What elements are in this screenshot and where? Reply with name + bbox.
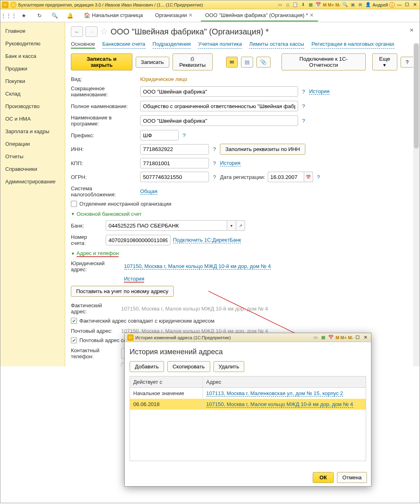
fill-by-inn-button[interactable]: Заполнить реквизиты по ИНН <box>220 144 305 155</box>
maximize-icon[interactable]: ☐ <box>404 2 410 8</box>
m-minus-icon[interactable]: M- <box>348 335 353 340</box>
print-icon[interactable]: ⎙ <box>284 2 291 8</box>
doc-button[interactable]: ▤ <box>241 57 253 68</box>
scrollbar[interactable] <box>413 43 420 366</box>
subnav-departments[interactable]: Подразделения <box>153 41 191 49</box>
program-name-input[interactable] <box>140 115 298 126</box>
attach-button[interactable]: 📎 <box>256 57 271 68</box>
delete-button[interactable]: Удалить <box>213 361 245 372</box>
tools-icon[interactable]: 🛠 <box>357 2 364 8</box>
open-icon[interactable]: ↗ <box>236 220 245 231</box>
account-input[interactable] <box>106 235 171 245</box>
prefix-input[interactable] <box>140 130 179 140</box>
history-link[interactable]: История <box>309 88 329 95</box>
more-button[interactable]: Еще ▾ <box>372 53 397 70</box>
actual-same-checkbox[interactable]: ✔ <box>71 318 77 324</box>
m-plus-icon[interactable]: M+ <box>328 2 334 7</box>
calendar-icon[interactable]: 📅 <box>328 334 334 341</box>
layout-icon[interactable]: ▣ <box>350 2 356 8</box>
nav-reports[interactable]: Отчеты <box>0 150 65 163</box>
ogrn-input[interactable] <box>140 172 209 182</box>
m-icon[interactable]: M <box>335 335 339 340</box>
register-new-address-button[interactable]: Поставить на учет по новому адресу <box>71 286 174 297</box>
add-button[interactable]: Добавить <box>130 361 164 372</box>
table-row[interactable]: 06.06.2018 107150, Москва г, Малое кольц… <box>130 399 366 410</box>
table-row[interactable]: Начальное значение 107113, Москва г, Мал… <box>130 388 366 399</box>
legal-address-link[interactable]: 107150, Москва г, Малое кольцо МЖД 10-й … <box>124 263 271 270</box>
nav-purchases[interactable]: Покупки <box>0 75 65 87</box>
nav-production[interactable]: Производство <box>0 100 65 113</box>
tab-close-icon[interactable]: ✕ <box>309 12 314 18</box>
history-link[interactable]: История <box>220 160 240 166</box>
info-icon[interactable]: i <box>389 2 395 8</box>
help-icon[interactable]: ? <box>211 174 217 180</box>
search-icon[interactable]: 🔍 <box>49 11 60 21</box>
copy-button[interactable]: Скопировать <box>167 361 210 372</box>
ok-button[interactable]: ОК <box>313 472 334 483</box>
calc-icon[interactable]: ▦ <box>307 2 314 8</box>
bank-input[interactable] <box>106 220 227 231</box>
nav-payroll[interactable]: Зарплата и кадры <box>0 125 65 138</box>
group-address[interactable]: ▼Адрес и телефон <box>71 250 414 257</box>
group-bank[interactable]: ▼Основной банковский счет <box>71 211 414 217</box>
apps-grid-icon[interactable]: ⋮⋮⋮ <box>3 11 14 21</box>
m-plus-icon[interactable]: M+ <box>341 335 347 340</box>
help-icon[interactable]: ? <box>211 146 217 152</box>
tax-system-link[interactable]: Общая <box>140 188 158 195</box>
clipboard-icon[interactable]: 📋 <box>292 2 298 8</box>
post-same-checkbox[interactable]: ✔ <box>71 337 77 343</box>
help-icon[interactable]: ? <box>301 118 307 124</box>
kpp-input[interactable] <box>140 158 209 168</box>
calendar-picker-icon[interactable]: 📅 <box>304 172 313 182</box>
calendar-icon[interactable]: 📅 <box>315 2 322 8</box>
close-icon[interactable]: ✕ <box>362 334 369 341</box>
subnav-tax-reg[interactable]: Регистрации в налоговых органах <box>311 41 394 49</box>
minimize-icon[interactable]: — <box>396 2 403 8</box>
theme-circle-icon[interactable] <box>10 2 17 8</box>
subnav-cash-limits[interactable]: Лимиты остатка кассы <box>249 41 304 49</box>
tab-home[interactable]: 🏠Начальная страница <box>80 10 147 21</box>
star-icon[interactable]: ★ <box>18 11 30 21</box>
user-icon[interactable]: 👤 <box>365 2 371 8</box>
subnav-bank-accounts[interactable]: Банковские счета <box>102 41 145 49</box>
cancel-button[interactable]: Отмена <box>337 472 367 483</box>
nav-bank[interactable]: Банк и касса <box>0 50 65 62</box>
nav-operations[interactable]: Операции <box>0 138 65 150</box>
bell-icon[interactable]: 🔔 <box>64 11 76 21</box>
subnav-acct-policy[interactable]: Учетная политика <box>198 41 242 49</box>
nav-stock[interactable]: Склад <box>0 87 65 100</box>
save-close-button[interactable]: Записать и закрыть <box>71 53 132 70</box>
col-valid-from[interactable]: Действует с <box>130 376 203 387</box>
nav-main[interactable]: Главное <box>0 25 65 37</box>
row-address-link[interactable]: 107150, Москва г, Малое кольцо МЖД 10-й … <box>206 401 353 408</box>
short-name-input[interactable] <box>140 86 298 97</box>
page-close-icon[interactable]: ✕ <box>409 27 414 33</box>
connect-reporting-button[interactable]: Подключение к 1С-Отчетности <box>281 53 365 70</box>
inn-input[interactable] <box>140 144 209 155</box>
full-name-input[interactable] <box>140 101 298 111</box>
direct-bank-link[interactable]: Подключить 1С:ДиректБанк <box>173 237 241 243</box>
help-button[interactable]: ? <box>401 57 414 68</box>
tab-organizations[interactable]: Организации✕ <box>151 10 197 21</box>
print-icon[interactable]: ▭ <box>312 334 319 341</box>
nav-catalogs[interactable]: Справочники <box>0 163 65 175</box>
address-history-link[interactable]: История <box>124 276 144 283</box>
help-icon[interactable]: ? <box>316 174 322 180</box>
zoom-icon[interactable]: 🔍 <box>342 2 348 8</box>
m-icon[interactable]: M <box>323 2 326 7</box>
row-address-link[interactable]: 107113, Москва г, Маленковская ул, дом №… <box>206 390 343 397</box>
help-icon[interactable]: ? <box>181 132 187 138</box>
regdate-input[interactable] <box>268 172 304 182</box>
dropdown-icon[interactable]: ▾ <box>227 220 236 231</box>
favorite-icon[interactable]: ☆ <box>100 26 108 37</box>
scrollbar-thumb[interactable] <box>414 43 419 149</box>
nav-admin[interactable]: Администрирование <box>0 175 65 188</box>
forward-button[interactable]: → <box>85 26 98 37</box>
nav-manager[interactable]: Руководителю <box>0 37 65 50</box>
calc-icon[interactable]: ▦ <box>320 334 326 341</box>
help-icon[interactable]: ? <box>301 89 307 95</box>
save-icon[interactable]: ⬇ <box>300 2 306 8</box>
props-button[interactable]: ⎙ Реквизиты <box>173 53 213 70</box>
print-preview-icon[interactable]: ▭ <box>277 2 283 8</box>
user-name[interactable]: Андрей <box>373 2 388 7</box>
